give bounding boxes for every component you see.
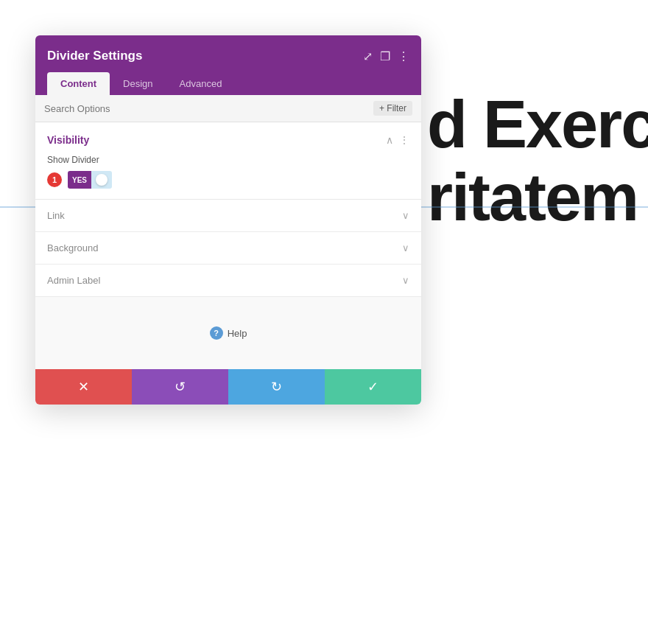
toggle-row: 1 YES	[47, 171, 409, 189]
help-icon[interactable]: ?	[210, 326, 223, 340]
admin-label-section[interactable]: Admin Label ∨	[35, 265, 421, 297]
visibility-section: Visibility ∧ ⋮ Show Divider 1 YES	[35, 122, 421, 200]
search-input[interactable]	[44, 103, 373, 114]
link-section[interactable]: Link ∨	[35, 200, 421, 232]
expand-icon[interactable]: ⤢	[363, 49, 373, 63]
visibility-more-icon[interactable]: ⋮	[399, 134, 409, 146]
tab-bar: Content Design Advanced	[47, 72, 409, 95]
background-chevron-icon: ∨	[402, 242, 409, 253]
tab-advanced[interactable]: Advanced	[166, 72, 236, 95]
collapse-icon[interactable]: ❐	[380, 49, 390, 63]
toggle-yes-label: YES	[68, 171, 91, 189]
link-section-title: Link	[47, 210, 65, 221]
bg-text-line1: d Exerci	[427, 88, 648, 161]
background-section-title: Background	[47, 242, 98, 253]
divider-settings-panel: Divider Settings ⤢ ❐ ⋮ Content Design Ad…	[35, 35, 421, 405]
visibility-header-icons: ∧ ⋮	[386, 134, 409, 146]
tab-content[interactable]: Content	[47, 72, 110, 95]
badge-number: 1	[47, 172, 62, 187]
visibility-collapse-icon[interactable]: ∧	[386, 134, 393, 146]
search-bar: + Filter	[35, 95, 421, 122]
panel-title: Divider Settings	[47, 49, 142, 63]
admin-label-chevron-icon: ∨	[402, 275, 409, 286]
filter-button[interactable]: + Filter	[373, 101, 412, 116]
visibility-section-header: Visibility ∧ ⋮	[47, 134, 409, 146]
panel-title-icons: ⤢ ❐ ⋮	[363, 49, 409, 63]
background-text: d Exerci ritatem	[427, 88, 648, 234]
toggle-circle	[96, 174, 108, 186]
tab-design[interactable]: Design	[110, 72, 166, 95]
show-divider-label: Show Divider	[47, 155, 409, 165]
panel-title-row: Divider Settings ⤢ ❐ ⋮	[47, 49, 409, 63]
bg-text-line2: ritatem	[427, 161, 648, 234]
show-divider-toggle[interactable]: YES	[68, 171, 112, 189]
visibility-title: Visibility	[47, 134, 89, 146]
help-section: ? Help	[35, 297, 421, 369]
save-button[interactable]: ✓	[325, 369, 421, 405]
background-section[interactable]: Background ∨	[35, 232, 421, 265]
admin-label-section-title: Admin Label	[47, 275, 100, 286]
link-chevron-icon: ∨	[402, 210, 409, 221]
redo-button[interactable]: ↻	[228, 369, 325, 405]
panel-header: Divider Settings ⤢ ❐ ⋮ Content Design Ad…	[35, 35, 421, 95]
panel-content: Visibility ∧ ⋮ Show Divider 1 YES Link	[35, 122, 421, 369]
reset-button[interactable]: ↺	[132, 369, 228, 405]
toggle-thumb	[91, 171, 112, 189]
help-label[interactable]: Help	[228, 328, 247, 339]
panel-footer: ✕ ↺ ↻ ✓	[35, 369, 421, 405]
more-icon[interactable]: ⋮	[398, 49, 409, 63]
cancel-button[interactable]: ✕	[35, 369, 132, 405]
